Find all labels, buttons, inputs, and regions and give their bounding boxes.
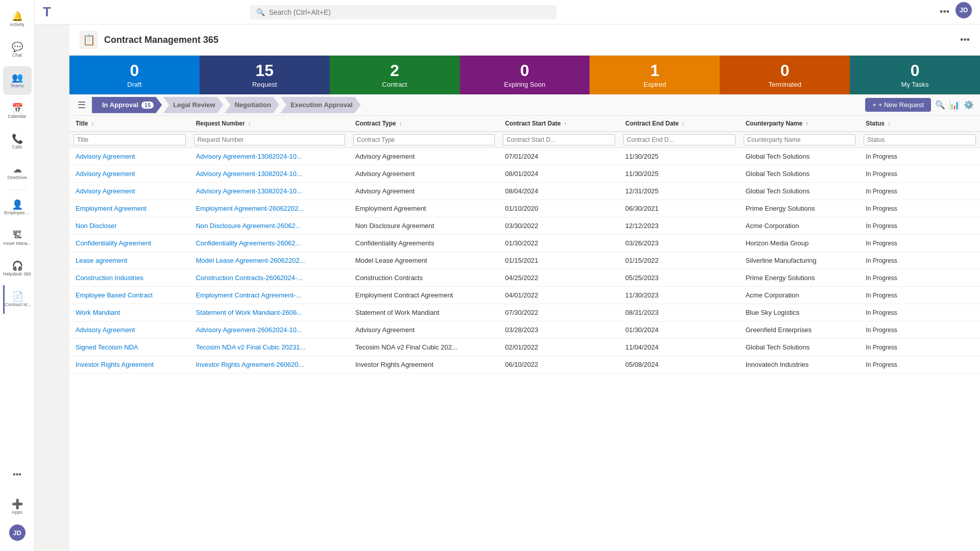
cell-status-3: In Progress: [860, 200, 980, 217]
cell-counterparty-4: Acme Corporation: [740, 217, 860, 235]
new-request-button[interactable]: + + New Request: [865, 98, 931, 112]
cell-request-7[interactable]: Construction Contracts-26062024-...: [190, 269, 349, 287]
nav-item-calls[interactable]: 📞 Calls: [3, 128, 32, 156]
filter-contract-type[interactable]: [353, 134, 495, 145]
cell-title-12[interactable]: Investor Rights Agreement: [69, 356, 190, 373]
cell-request-9[interactable]: Statement of Work Mandiant-2606...: [190, 304, 349, 321]
cell-request-2[interactable]: Advisory Agreement-13082024-10...: [190, 183, 349, 200]
nav-item-asset[interactable]: 🏗 Asset Mana...: [3, 224, 32, 253]
cell-request-10[interactable]: Advisory Agreement-26062024-10...: [190, 321, 349, 339]
pipeline-step-execution-approval[interactable]: Execution Approval: [280, 97, 361, 113]
nav-label-chat: Chat: [12, 53, 22, 58]
cell-title-6[interactable]: Lease agreement: [69, 252, 190, 269]
status-sort-icon: ↑: [888, 121, 890, 127]
cell-end-date-10: 01/30/2024: [619, 321, 740, 339]
settings-icon[interactable]: ⚙️: [964, 100, 974, 110]
cell-title-8[interactable]: Employee Based Contract: [69, 287, 190, 304]
cell-title-3[interactable]: Employment Agreement: [69, 200, 190, 217]
hamburger-button[interactable]: ☰: [76, 97, 88, 113]
table-search-icon[interactable]: 🔍: [935, 100, 945, 110]
pipeline-step-negotiation[interactable]: Negotiation: [225, 97, 280, 113]
col-counterparty[interactable]: Counterparty Name ↑: [740, 116, 860, 132]
user-avatar-top[interactable]: JD: [955, 2, 972, 18]
table-row: Employee Based Contract Employment Contr…: [69, 287, 980, 304]
cell-request-1[interactable]: Advisory Agreement-13082024-10...: [190, 165, 349, 183]
nav-item-activity[interactable]: 🔔 Activity: [3, 5, 32, 34]
cell-contract-type-1: Advisory Agreement: [349, 165, 499, 183]
nav-item-helpdesk[interactable]: 🎧 Helpdesk 365: [3, 255, 32, 283]
status-card-contract[interactable]: 2 Contract: [330, 56, 460, 94]
nav-item-contract[interactable]: 📄 Contract M...: [3, 285, 32, 314]
nav-item-employee[interactable]: 👤 Employee ...: [3, 193, 32, 222]
cell-end-date-1: 11/30/2025: [619, 165, 740, 183]
top-bar: T 🔍 ••• JD: [35, 0, 980, 24]
col-status[interactable]: Status ↑: [860, 116, 980, 132]
cell-title-2[interactable]: Advisory Agreement: [69, 183, 190, 200]
cell-contract-type-9: Statement of Work Mandiant: [349, 304, 499, 321]
nav-item-calendar[interactable]: 📅 Calendar: [3, 97, 32, 126]
table-row: Confidentiality Agreement Confidentialit…: [69, 235, 980, 252]
status-card-expired[interactable]: 1 Expired: [590, 56, 720, 94]
cell-title-10[interactable]: Advisory Agreement: [69, 321, 190, 339]
status-cards: 0 Draft 15 Request 2 Contract 0 Expiring…: [69, 56, 980, 94]
expiring-label: Expiring Soon: [504, 81, 546, 88]
cell-request-6[interactable]: Model Lease Agreement-26062202...: [190, 252, 349, 269]
col-start-date[interactable]: Contract Start Date ↑: [499, 116, 619, 132]
col-title[interactable]: Title ↑: [69, 116, 190, 132]
col-contract-type[interactable]: Contract Type ↑: [349, 116, 499, 132]
cell-request-0[interactable]: Advisory Agreement-13082024-10...: [190, 148, 349, 165]
cell-title-4[interactable]: Non Discloser: [69, 217, 190, 235]
nav-item-teams[interactable]: 👥 Teams: [3, 66, 32, 95]
filter-counterparty[interactable]: [744, 134, 856, 145]
cell-request-12[interactable]: Investor Rights Agreement-260620...: [190, 356, 349, 373]
status-card-draft[interactable]: 0 Draft: [69, 56, 200, 94]
cell-request-5[interactable]: Confidentiality Agreements-26062...: [190, 235, 349, 252]
table-row: Advisory Agreement Advisory Agreement-13…: [69, 148, 980, 165]
contract-icon: 📄: [12, 292, 23, 301]
search-input[interactable]: [269, 8, 550, 16]
status-card-tasks[interactable]: 0 My Tasks: [850, 56, 980, 94]
cell-counterparty-8: Acme Corporation: [740, 287, 860, 304]
search-bar[interactable]: 🔍: [250, 5, 556, 19]
status-card-expiring[interactable]: 0 Expiring Soon: [460, 56, 590, 94]
cell-start-date-12: 06/10/2022: [499, 356, 619, 373]
cell-title-11[interactable]: Signed Tecoism NDA: [69, 339, 190, 356]
filter-end-date[interactable]: [623, 134, 736, 145]
filter-start-date[interactable]: [503, 134, 615, 145]
app-options-icon[interactable]: •••: [960, 35, 970, 45]
pipeline-actions: + + New Request 🔍 📊 ⚙️: [865, 98, 974, 112]
export-icon[interactable]: 📊: [949, 100, 960, 110]
cell-request-4[interactable]: Non Disclosure Agreement-26062...: [190, 217, 349, 235]
col-end-date[interactable]: Contract End Date ↑: [619, 116, 740, 132]
user-avatar[interactable]: JD: [9, 524, 26, 541]
nav-item-apps[interactable]: ➕ Apps: [3, 493, 32, 521]
app-icon: 📋: [80, 31, 98, 49]
filter-status[interactable]: [864, 134, 976, 145]
pipeline-step-in-approval[interactable]: In Approval 15: [92, 97, 162, 113]
cell-title-5[interactable]: Confidentiality Agreement: [69, 235, 190, 252]
nav-item-onedrive[interactable]: ☁ OneDrive: [3, 158, 32, 187]
filter-request-number[interactable]: [194, 134, 345, 145]
cell-title-0[interactable]: Advisory Agreement: [69, 148, 190, 165]
filter-title[interactable]: [74, 134, 186, 145]
pipeline-step-legal-review[interactable]: Legal Review: [163, 97, 223, 113]
draft-count: 0: [130, 62, 139, 80]
cell-contract-type-6: Model Lease Agreement: [349, 252, 499, 269]
status-card-request[interactable]: 15 Request: [200, 56, 330, 94]
more-options-icon[interactable]: •••: [940, 7, 949, 17]
col-request-number[interactable]: Request Number ↑: [190, 116, 349, 132]
cell-request-3[interactable]: Employment Agreement-26062202...: [190, 200, 349, 217]
cell-title-1[interactable]: Advisory Agreement: [69, 165, 190, 183]
cell-request-8[interactable]: Employment Contract Agreement-...: [190, 287, 349, 304]
nav-item-chat[interactable]: 💬 Chat: [3, 36, 32, 64]
cell-request-11[interactable]: Tecosim NDA v2 Final Cubic 20231...: [190, 339, 349, 356]
cell-end-date-4: 12/12/2023: [619, 217, 740, 235]
activity-icon: 🔔: [12, 12, 23, 21]
cell-title-7[interactable]: Construction Industries: [69, 269, 190, 287]
cell-title-9[interactable]: Work Mandiant: [69, 304, 190, 321]
left-nav: 🔔 Activity 💬 Chat 👥 Teams 📅 Calendar 📞 C…: [0, 0, 35, 551]
table-row: Advisory Agreement Advisory Agreement-13…: [69, 183, 980, 200]
start-date-sort-icon: ↑: [564, 121, 567, 127]
status-card-terminated[interactable]: 0 Terminated: [720, 56, 850, 94]
nav-more-button[interactable]: •••: [3, 460, 32, 489]
